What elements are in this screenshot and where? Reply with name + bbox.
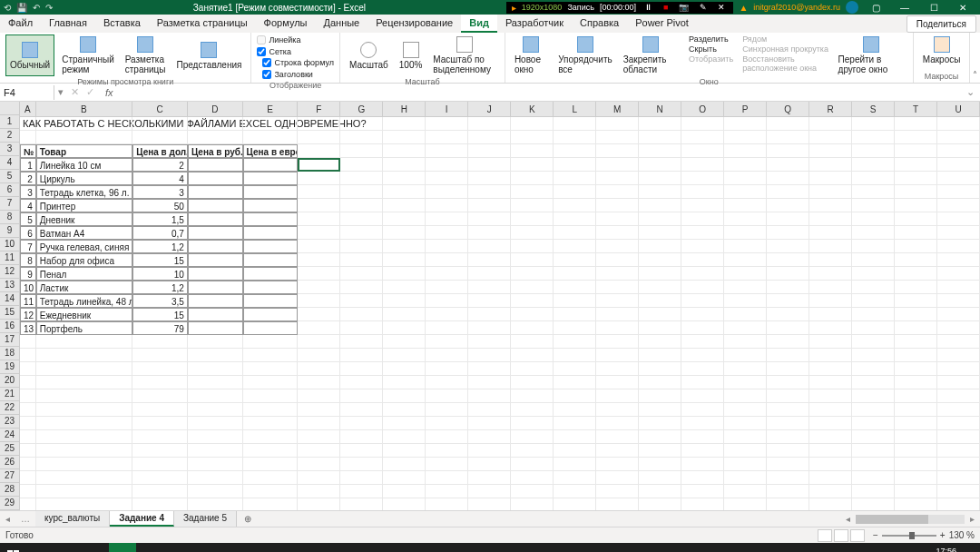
cell-J8[interactable] xyxy=(468,212,511,226)
headings-checkbox[interactable]: Заголовки xyxy=(262,69,334,80)
cell-B6[interactable]: Тетрадь клетка, 96 л. xyxy=(36,185,133,199)
cell-I19[interactable] xyxy=(426,362,468,376)
cell-R7[interactable] xyxy=(809,199,852,212)
cell-I17[interactable] xyxy=(426,335,468,349)
cell-O13[interactable] xyxy=(681,281,724,294)
cell-K20[interactable] xyxy=(511,376,554,389)
cell-L26[interactable] xyxy=(554,458,596,471)
cell-U2[interactable] xyxy=(937,131,980,144)
cell-B5[interactable]: Циркуль xyxy=(36,172,133,185)
cell-T22[interactable] xyxy=(895,403,937,417)
cell-B17[interactable] xyxy=(36,335,132,349)
cell-P14[interactable] xyxy=(724,294,767,308)
cell-K15[interactable] xyxy=(511,308,554,321)
cell-L12[interactable] xyxy=(554,267,596,281)
cell-H15[interactable] xyxy=(383,308,426,321)
cell-J23[interactable] xyxy=(468,417,511,430)
cell-T16[interactable] xyxy=(895,321,937,335)
cell-K2[interactable] xyxy=(511,131,554,144)
excel-icon[interactable]: X xyxy=(109,543,136,552)
cell-G10[interactable] xyxy=(340,240,383,253)
cell-C10[interactable]: 1,2 xyxy=(132,240,188,253)
add-sheet-icon[interactable]: ⊕ xyxy=(237,514,259,524)
col-header-Q[interactable]: Q xyxy=(767,102,809,117)
cell-P21[interactable] xyxy=(724,389,767,403)
cell-I7[interactable] xyxy=(426,199,468,212)
row-header-26[interactable]: 26 xyxy=(0,456,20,469)
cell-F12[interactable] xyxy=(298,267,340,281)
cell-D23[interactable] xyxy=(188,417,243,430)
cell-J28[interactable] xyxy=(468,485,511,498)
cell-H22[interactable] xyxy=(383,403,426,417)
cell-Q15[interactable] xyxy=(767,308,809,321)
cell-I21[interactable] xyxy=(426,389,468,403)
row-header-16[interactable]: 16 xyxy=(0,320,20,333)
cell-E19[interactable] xyxy=(243,362,299,376)
row-header-25[interactable]: 25 xyxy=(0,442,20,456)
cell-R5[interactable] xyxy=(809,172,852,185)
cell-M27[interactable] xyxy=(596,471,639,485)
cell-L1[interactable] xyxy=(554,117,596,131)
cell-R17[interactable] xyxy=(809,335,852,349)
cell-H27[interactable] xyxy=(383,471,426,485)
cell-Q4[interactable] xyxy=(767,158,809,172)
cell-C22[interactable] xyxy=(132,403,188,417)
cell-T13[interactable] xyxy=(895,281,937,294)
cell-P3[interactable] xyxy=(724,144,767,158)
cell-A5[interactable]: 2 xyxy=(20,172,36,185)
cell-B10[interactable]: Ручка гелевая, синяя xyxy=(36,240,133,253)
cell-H4[interactable] xyxy=(383,158,426,172)
cell-G5[interactable] xyxy=(340,172,383,185)
cell-E6[interactable] xyxy=(243,185,299,199)
cell-A23[interactable] xyxy=(20,417,36,430)
cell-R2[interactable] xyxy=(809,131,852,144)
cell-T11[interactable] xyxy=(895,253,937,267)
cell-T9[interactable] xyxy=(895,226,937,240)
cell-G1[interactable] xyxy=(340,117,383,131)
cell-D7[interactable] xyxy=(188,199,243,212)
col-header-T[interactable]: T xyxy=(895,102,937,117)
cell-A14[interactable]: 11 xyxy=(20,294,36,308)
cell-L14[interactable] xyxy=(554,294,596,308)
cell-A4[interactable]: 1 xyxy=(20,158,36,172)
cell-S22[interactable] xyxy=(852,403,895,417)
cell-S2[interactable] xyxy=(852,131,895,144)
cell-K18[interactable] xyxy=(511,349,554,362)
sync-scroll-button[interactable]: Синхронная прокрутка xyxy=(742,44,830,54)
cell-J25[interactable] xyxy=(468,444,511,458)
col-header-G[interactable]: G xyxy=(340,102,383,117)
cell-H16[interactable] xyxy=(383,321,426,335)
cell-L24[interactable] xyxy=(554,430,596,444)
cell-C8[interactable]: 1,5 xyxy=(132,212,188,226)
cell-N20[interactable] xyxy=(639,376,681,389)
cell-F29[interactable] xyxy=(298,498,340,510)
cell-A25[interactable] xyxy=(20,444,36,458)
cell-M23[interactable] xyxy=(596,417,639,430)
row-header-10[interactable]: 10 xyxy=(0,238,20,251)
cell-H18[interactable] xyxy=(383,349,426,362)
sheet-tab-Задание 5[interactable]: Задание 5 xyxy=(174,511,237,527)
cell-Q22[interactable] xyxy=(767,403,809,417)
cell-T18[interactable] xyxy=(895,349,937,362)
cell-P16[interactable] xyxy=(724,321,767,335)
cell-J10[interactable] xyxy=(468,240,511,253)
cell-O8[interactable] xyxy=(681,212,724,226)
cell-U1[interactable] xyxy=(937,117,980,131)
cell-I13[interactable] xyxy=(426,281,468,294)
cell-T2[interactable] xyxy=(895,131,937,144)
view-normal-icon[interactable] xyxy=(818,529,832,542)
col-header-I[interactable]: I xyxy=(426,102,468,117)
enter-formula-icon[interactable]: ✓ xyxy=(83,86,98,98)
cell-U28[interactable] xyxy=(937,485,980,498)
cancel-formula-icon[interactable]: ✕ xyxy=(67,86,83,98)
zoom-selection-button[interactable]: Масштаб по выделенному xyxy=(429,34,499,76)
cell-M1[interactable] xyxy=(596,117,639,131)
cell-M15[interactable] xyxy=(596,308,639,321)
cell-U20[interactable] xyxy=(937,376,980,389)
cell-G22[interactable] xyxy=(340,403,383,417)
cell-N6[interactable] xyxy=(639,185,681,199)
cell-P4[interactable] xyxy=(724,158,767,172)
col-header-J[interactable]: J xyxy=(468,102,511,117)
cell-B20[interactable] xyxy=(36,376,132,389)
collapse-ribbon-icon[interactable]: ˄ xyxy=(970,33,980,83)
